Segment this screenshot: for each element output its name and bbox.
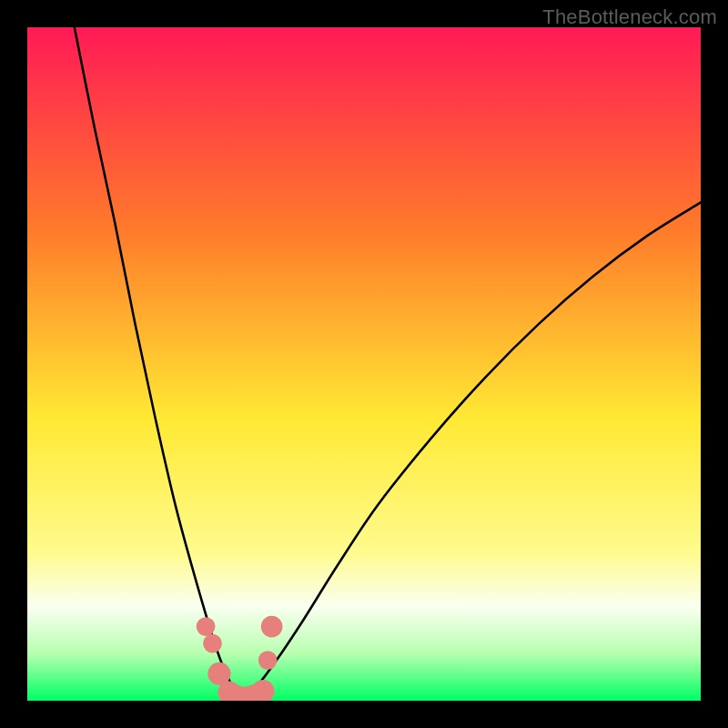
chart-frame: TheBottleneck.com (0, 0, 728, 728)
watermark-text: TheBottleneck.com (542, 5, 717, 29)
highlight-dot (251, 680, 274, 701)
highlight-dot (261, 616, 283, 638)
highlight-dot (203, 634, 222, 653)
plot-area (27, 27, 701, 701)
bottleneck-curve (27, 27, 701, 701)
highlight-dot (258, 651, 278, 670)
highlight-dot (197, 617, 216, 636)
